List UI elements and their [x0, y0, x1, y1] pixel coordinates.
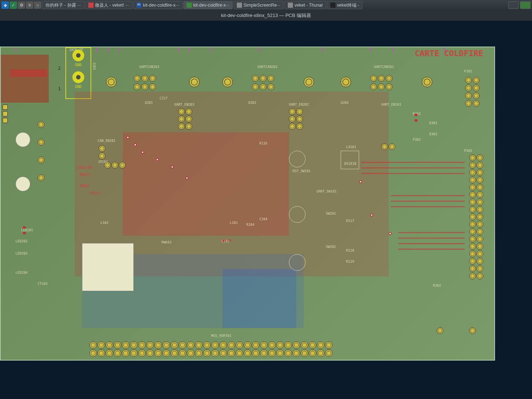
- taskbar-item-veket[interactable]: 微器人 - veket! ···: [85, 1, 132, 9]
- tray-icon-3[interactable]: ≡: [26, 1, 33, 9]
- component-cap2: [16, 177, 30, 191]
- silk-c119: C119: [222, 239, 230, 243]
- silk-r118: R118: [346, 249, 354, 252]
- silk-r117: R117: [346, 219, 354, 223]
- silk-fb101: FB101: [89, 191, 100, 195]
- header-p301: [465, 77, 480, 107]
- header-uarten202: [289, 108, 303, 130]
- taskbar-item-kicad1[interactable]: Ki kit-dev-coldfire-x···: [133, 1, 183, 9]
- smd: [23, 232, 26, 234]
- component-ic1: [82, 243, 134, 291]
- silk-l101: L101: [230, 221, 238, 225]
- silk-mcuport: MCU_PORT01: [211, 334, 231, 338]
- silk-uartcan201: UARTCAN201: [374, 65, 394, 69]
- silk-j201: J201: [92, 62, 96, 70]
- silk-pw443: PW443: [161, 241, 171, 244]
- thunar-icon: [288, 3, 293, 8]
- ruler-tick: [189, 47, 190, 52]
- silk-1: 1: [58, 86, 61, 91]
- pad-group: [134, 83, 156, 90]
- ruler-tick: [119, 47, 120, 52]
- silk-2: 2: [58, 66, 61, 71]
- taskbar-item-thunar[interactable]: veket - Thunar: [284, 1, 326, 9]
- jack-gnd-1: GND: [66, 85, 91, 89]
- silk-led203: LED203: [16, 252, 28, 255]
- mounting-hole: [304, 77, 314, 87]
- trace-region-blue2: [222, 269, 296, 328]
- silk-u202: U202: [248, 101, 256, 105]
- tray-button-2[interactable]: [520, 1, 531, 9]
- ruler-tick: [211, 47, 212, 52]
- firefox-icon: [88, 3, 93, 8]
- silk-d302: D302: [429, 132, 437, 136]
- via: [359, 180, 362, 183]
- silk-uarten203: UART_EN203: [174, 103, 194, 106]
- silk-r119: R119: [346, 260, 354, 263]
- pad-group: [370, 83, 392, 90]
- taskbar-tray: [508, 1, 531, 9]
- via: [156, 158, 159, 161]
- tray-icon-4[interactable]: ○: [34, 1, 41, 9]
- jack-pin-2: [72, 50, 84, 61]
- ruler-tick: [370, 47, 371, 52]
- silk-led202: LED202: [16, 239, 28, 243]
- pad-corners-br: [437, 327, 476, 334]
- taskbar-item-screenrec[interactable]: SimpleScreenRe···: [233, 1, 284, 9]
- ruler-tick: [108, 47, 109, 52]
- trace-wire: [391, 206, 465, 207]
- silk-led201: LED201: [21, 228, 33, 232]
- silk-l102: L102: [100, 221, 109, 225]
- start-icon[interactable]: ◆: [1, 1, 9, 9]
- recorder-icon: [237, 3, 242, 8]
- silk-uartcan203: UARTCAN203: [139, 65, 159, 69]
- silk-jtagen: JTAG_EN: [76, 166, 92, 170]
- trace-wire: [398, 232, 465, 233]
- header-p302: [381, 143, 395, 150]
- header-mcuport-bot: [89, 349, 332, 357]
- trace-wire: [398, 249, 465, 250]
- trace-1: [10, 69, 47, 77]
- pad-group: [252, 75, 274, 82]
- pad-column-left: [3, 105, 8, 123]
- ruler-tick: [322, 47, 323, 52]
- via: [389, 232, 392, 235]
- silk-p302: P302: [413, 138, 421, 141]
- taskbar-item-music[interactable]: 你的样子 - 孙露 ···: [42, 1, 84, 9]
- jack-gnd-2: GND: [66, 63, 91, 67]
- trace-wire: [361, 167, 465, 168]
- silk-sw201: SW201: [326, 212, 336, 215]
- jack-pin-1: [72, 71, 84, 83]
- via: [141, 151, 144, 154]
- taskbar: ◆ ✓ ⚙ ≡ ○ 你的样子 - 孙露 ··· 微器人 - veket! ···…: [0, 0, 532, 10]
- ruler-tick: [259, 47, 260, 52]
- silk-u203: U203: [341, 101, 349, 105]
- tray-icon-2[interactable]: ⚙: [18, 1, 25, 9]
- component-circle-1: [289, 151, 306, 167]
- ruler-tick: [178, 47, 179, 52]
- tray-button-1[interactable]: [508, 1, 519, 9]
- pcbnew-icon: [187, 3, 192, 8]
- silk-canen201: CAN_EN201: [98, 139, 116, 143]
- silk-p301: P301: [464, 69, 472, 73]
- mounting-hole: [189, 77, 200, 87]
- tray-icon-1[interactable]: ✓: [10, 1, 17, 9]
- header-uarten203: [178, 108, 192, 130]
- pcb-board[interactable]: CARTE COLDFIRE JACK_2P GND GND UARTCAN20…: [0, 47, 495, 361]
- silk-r104: R104: [246, 223, 255, 226]
- silk-mod1: MOD1: [80, 173, 89, 177]
- taskbar-item-terminal[interactable]: veket终端 -: [327, 1, 362, 9]
- component-circle-3: [289, 254, 306, 271]
- window-titlebar: kit-dev-coldfire-xilinx_5213 — PCB 编辑器: [0, 10, 532, 21]
- silk-lv101: LV101: [346, 145, 356, 149]
- pcb-viewport[interactable]: CARTE COLDFIRE JACK_2P GND GND UARTCAN20…: [0, 21, 532, 399]
- silk-u201: U201: [145, 101, 153, 105]
- silk-sw202: SW202: [326, 245, 336, 249]
- pad-group: [134, 75, 156, 82]
- taskbar-item-kicad2[interactable]: kit-dev-coldfire-x···: [183, 1, 233, 9]
- silk-uarten202: UART_EN202: [289, 103, 309, 106]
- silk-r116: R116: [259, 141, 267, 145]
- pad-group: [252, 83, 274, 90]
- silk-uartcan202: UARTCAN202: [258, 65, 277, 69]
- silk-c217: C217: [160, 96, 168, 100]
- pad-group: [370, 75, 392, 82]
